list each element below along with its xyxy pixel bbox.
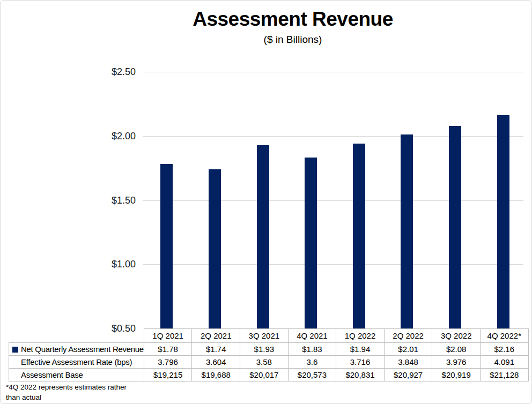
table-row: Net Quarterly Assessment Revenue$1.78$1.… bbox=[9, 343, 529, 356]
gridline-2.50 bbox=[143, 72, 523, 72]
bar-4q-2022 bbox=[497, 115, 509, 328]
chart-subtitle: ($ in Billions) bbox=[56, 34, 529, 46]
table-row-label-net-quarterly-assessment-revenue: Net Quarterly Assessment Revenue bbox=[9, 343, 144, 356]
table-header-3q-2021: 3Q 2021 bbox=[240, 329, 289, 343]
table-row-label-assessment-base: Assessment Base bbox=[9, 369, 144, 381]
table-cell-assessment-base-1q-2021: $19,215 bbox=[144, 369, 192, 381]
data-table: 1Q 20212Q 20213Q 20214Q 20211Q 20222Q 20… bbox=[9, 328, 529, 381]
bar-2q-2021 bbox=[209, 169, 221, 328]
table-cell-assessment-base-3q-2021: $20,017 bbox=[240, 369, 289, 381]
table-row: Effective Assessment Rate (bps)3.7963.60… bbox=[9, 356, 529, 369]
table-header-1q-2022: 1Q 2022 bbox=[336, 329, 385, 343]
table-cell-effective-assessment-rate-bps-2q-2021: 3.604 bbox=[192, 356, 240, 369]
table-cell-net-quarterly-assessment-revenue-1q-2021: $1.78 bbox=[144, 343, 192, 356]
table-cell-effective-assessment-rate-bps-1q-2022: 3.716 bbox=[336, 356, 385, 369]
y-axis-tick-label: $1.50 bbox=[85, 194, 136, 206]
table-cell-net-quarterly-assessment-revenue-2q-2021: $1.74 bbox=[192, 343, 240, 356]
y-axis-tick-label: $2.50 bbox=[85, 66, 136, 78]
gridline-1.00 bbox=[143, 264, 523, 265]
table-cell-assessment-base-4q-2022: $21,128 bbox=[481, 369, 529, 381]
table-header-1q-2021: 1Q 2021 bbox=[144, 329, 192, 343]
bar-1q-2022 bbox=[353, 144, 365, 328]
table-cell-assessment-base-1q-2022: $20,831 bbox=[336, 369, 385, 381]
table-cell-effective-assessment-rate-bps-4q-2022: 4.091 bbox=[481, 356, 529, 369]
bar-3q-2022 bbox=[449, 126, 461, 328]
table-header-2q-2022: 2Q 2022 bbox=[384, 329, 432, 343]
table-header-4q-2021: 4Q 2021 bbox=[288, 329, 336, 343]
table-row-label-effective-assessment-rate-bps: Effective Assessment Rate (bps) bbox=[9, 356, 144, 369]
chart-frame: Assessment Revenue ($ in Billions) $2.50… bbox=[0, 0, 532, 404]
table-cell-net-quarterly-assessment-revenue-3q-2022: $2.08 bbox=[432, 343, 481, 356]
table-cell-effective-assessment-rate-bps-3q-2021: 3.58 bbox=[240, 356, 289, 369]
table-header-4q-2022: 4Q 2022* bbox=[481, 329, 529, 343]
table-cell-effective-assessment-rate-bps-4q-2021: 3.6 bbox=[288, 356, 336, 369]
table-header-3q-2022: 3Q 2022 bbox=[432, 329, 481, 343]
bar-1q-2021 bbox=[160, 164, 173, 328]
table-cell-net-quarterly-assessment-revenue-2q-2022: $2.01 bbox=[384, 343, 432, 356]
table-cell-assessment-base-2q-2022: $20,927 bbox=[384, 369, 432, 381]
table-cell-assessment-base-2q-2021: $19,688 bbox=[192, 369, 240, 381]
table-header-2q-2021: 2Q 2021 bbox=[192, 329, 240, 343]
gridline-2.00 bbox=[143, 136, 523, 137]
y-axis-tick-label: $2.00 bbox=[85, 130, 136, 142]
gridline-1.50 bbox=[143, 200, 523, 201]
table-cell-effective-assessment-rate-bps-3q-2022: 3.976 bbox=[432, 356, 481, 369]
table-cell-net-quarterly-assessment-revenue-3q-2021: $1.93 bbox=[240, 343, 289, 356]
table-cell-net-quarterly-assessment-revenue-4q-2022: $2.16 bbox=[481, 343, 529, 356]
legend-marker-icon bbox=[12, 347, 18, 353]
table-cell-net-quarterly-assessment-revenue-1q-2022: $1.94 bbox=[336, 343, 385, 356]
table-cell-assessment-base-3q-2022: $20,919 bbox=[432, 369, 481, 381]
y-axis-tick-label: $1.00 bbox=[85, 258, 136, 270]
table-cell-effective-assessment-rate-bps-1q-2021: 3.796 bbox=[144, 356, 192, 369]
table-cell-assessment-base-4q-2021: $20,573 bbox=[288, 369, 336, 381]
y-axis-tick-label: $0.50 bbox=[85, 323, 136, 334]
table-row: Assessment Base$19,215$19,688$20,017$20,… bbox=[9, 369, 529, 381]
bar-4q-2021 bbox=[305, 158, 317, 328]
bar-2q-2022 bbox=[401, 134, 413, 328]
footnote: *4Q 2022 represents estimates rather tha… bbox=[6, 382, 139, 402]
table-cell-net-quarterly-assessment-revenue-4q-2021: $1.83 bbox=[288, 343, 336, 356]
table-cell-effective-assessment-rate-bps-2q-2022: 3.848 bbox=[384, 356, 432, 369]
bar-3q-2021 bbox=[257, 145, 269, 328]
chart-title: Assessment Revenue bbox=[56, 8, 529, 31]
